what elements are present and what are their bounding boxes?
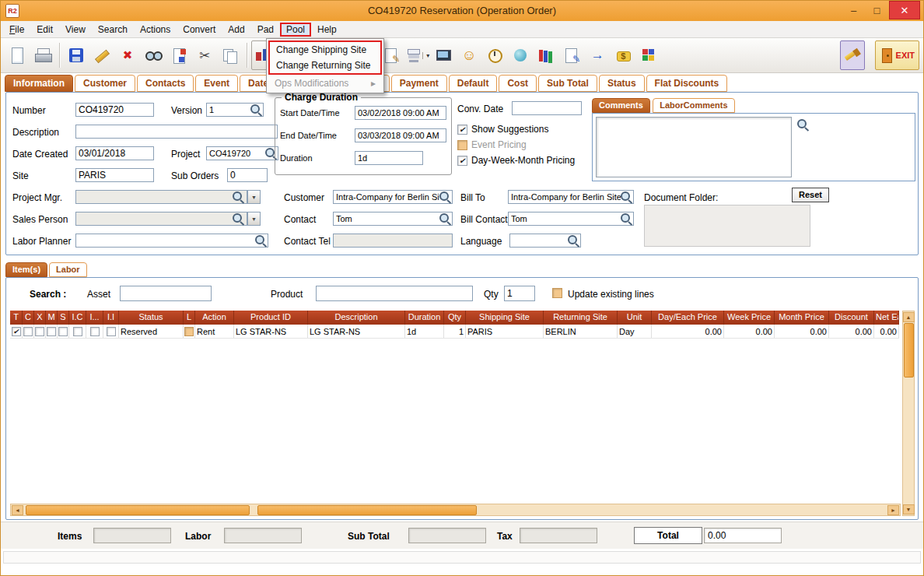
col-m[interactable]: M (46, 311, 58, 325)
scroll-down-button[interactable]: ▼ (903, 504, 915, 515)
tab-labor-comments[interactable]: LaborComments (653, 98, 734, 113)
vertical-scroll-track[interactable] (904, 323, 914, 504)
tab-status[interactable]: Status (599, 75, 645, 92)
col-shipping-site[interactable]: Shipping Site (466, 311, 544, 325)
sub-total-field[interactable] (408, 528, 486, 543)
menu-file[interactable]: File (3, 23, 30, 37)
labor-total-field[interactable] (224, 528, 302, 543)
print-setup-button[interactable] (431, 40, 456, 70)
col-x[interactable]: X (34, 311, 46, 325)
col-i2[interactable]: I... (86, 311, 103, 325)
document-folder-box[interactable] (644, 205, 810, 247)
forward-button[interactable]: → (585, 40, 610, 70)
tab-information[interactable]: Information (5, 75, 73, 92)
l-checkbox[interactable] (184, 327, 194, 336)
col-status[interactable]: Status (119, 311, 184, 325)
labor-planner-field[interactable] (75, 234, 268, 248)
menu-item-change-returning-site[interactable]: Change Returning Site (270, 58, 380, 73)
description-field[interactable] (75, 125, 278, 139)
new-document-button[interactable] (5, 40, 30, 70)
sales-person-dropdown-button[interactable]: ▼ (247, 212, 261, 226)
vertical-scroll-thumb[interactable] (904, 323, 914, 378)
col-s[interactable]: S (58, 311, 69, 325)
col-c[interactable]: C (23, 311, 34, 325)
col-day-each-price[interactable]: Day/Each Price (652, 311, 724, 325)
version-search-magnifier-icon[interactable] (250, 104, 262, 116)
flashlight-button[interactable] (840, 40, 865, 70)
language-magnifier-icon[interactable] (568, 235, 579, 247)
customer-magnifier-icon[interactable] (439, 191, 451, 203)
horizontal-scrollbar[interactable]: ◄ ► (10, 504, 901, 516)
col-discount[interactable]: Discount (829, 311, 874, 325)
end-datetime-field[interactable] (355, 128, 446, 142)
c-checkbox[interactable] (23, 327, 33, 336)
sales-person-field[interactable] (75, 212, 247, 226)
menu-search[interactable]: Search (92, 23, 134, 37)
tab-comments[interactable]: Comments (592, 98, 650, 113)
row-select-checkbox[interactable]: ✔ (12, 327, 21, 336)
title-bar[interactable]: R2 CO419720 Reservation (Operation Order… (0, 0, 924, 21)
catalog-button[interactable] (534, 40, 558, 70)
col-action[interactable]: Action (195, 311, 234, 325)
tab-payment[interactable]: Payment (391, 75, 447, 92)
col-ii[interactable]: I.I (103, 311, 119, 325)
items-total-field[interactable] (93, 528, 171, 543)
col-qty[interactable]: Qty (444, 311, 466, 325)
site-field[interactable] (75, 168, 154, 182)
menu-pool[interactable]: Pool (280, 23, 311, 37)
contact-magnifier-icon[interactable] (439, 213, 451, 225)
vertical-scrollbar[interactable]: ▲ ▼ (902, 311, 915, 516)
col-duration[interactable]: Duration (405, 311, 444, 325)
comments-textarea[interactable] (596, 117, 792, 177)
scroll-right-button[interactable]: ► (887, 505, 899, 515)
menu-add[interactable]: Add (222, 23, 250, 37)
globe-button[interactable] (508, 40, 533, 70)
col-product-id[interactable]: Product ID (234, 311, 308, 325)
cubes-button[interactable] (636, 40, 661, 70)
delete-button[interactable]: ✖ (115, 40, 140, 70)
scroll-up-button[interactable]: ▲ (903, 312, 915, 322)
i2-checkbox[interactable] (90, 327, 100, 336)
paste-special-button[interactable] (166, 40, 191, 70)
day-week-month-pricing-checkbox[interactable]: ✔ (457, 156, 467, 166)
tax-field[interactable] (520, 528, 597, 543)
duration-field[interactable] (355, 151, 423, 165)
bill-contact-magnifier-icon[interactable] (621, 213, 632, 225)
bill-to-field[interactable] (508, 190, 634, 204)
update-existing-lines-checkbox[interactable] (552, 288, 562, 298)
reset-button[interactable]: Reset (792, 188, 829, 202)
asset-search-input[interactable] (120, 286, 212, 301)
ii-checkbox[interactable] (107, 327, 116, 336)
event-pricing-checkbox[interactable] (457, 140, 467, 150)
menu-edit[interactable]: Edit (30, 23, 59, 37)
horizontal-scroll-thumb-left[interactable] (26, 505, 250, 515)
pads-button[interactable]: ▾ (404, 40, 430, 70)
conv-date-field[interactable] (512, 101, 582, 115)
qty-input[interactable] (504, 286, 535, 301)
s-checkbox[interactable] (58, 327, 68, 336)
col-description[interactable]: Description (308, 311, 405, 325)
edit-document-button[interactable] (559, 40, 584, 70)
col-week-price[interactable]: Week Price (724, 311, 775, 325)
tab-contacts[interactable]: Contacts (137, 75, 194, 92)
copy-button[interactable] (218, 40, 243, 70)
smiley-button[interactable]: ☺ (457, 40, 481, 70)
horizontal-scroll-track[interactable] (24, 505, 887, 515)
minimize-button[interactable]: – (842, 1, 865, 19)
menu-actions[interactable]: Actions (134, 23, 177, 37)
project-mgr-dropdown-button[interactable]: ▼ (247, 190, 261, 204)
find-button[interactable] (141, 40, 166, 70)
col-returning-site[interactable]: Returning Site (544, 311, 618, 325)
save-button[interactable] (64, 40, 89, 70)
menu-item-change-shipping-site[interactable]: Change Shipping Site (270, 42, 380, 58)
financials-button[interactable] (611, 40, 635, 70)
customer-field[interactable] (333, 190, 453, 204)
col-l[interactable]: L (184, 311, 195, 325)
bill-to-magnifier-icon[interactable] (621, 191, 632, 203)
print-button[interactable] (30, 40, 55, 70)
project-mgr-magnifier-icon[interactable] (233, 191, 244, 203)
tab-customer[interactable]: Customer (75, 75, 135, 92)
menu-pad[interactable]: Pad (251, 23, 280, 37)
maximize-button[interactable]: □ (866, 1, 888, 19)
labor-planner-magnifier-icon[interactable] (255, 235, 267, 247)
